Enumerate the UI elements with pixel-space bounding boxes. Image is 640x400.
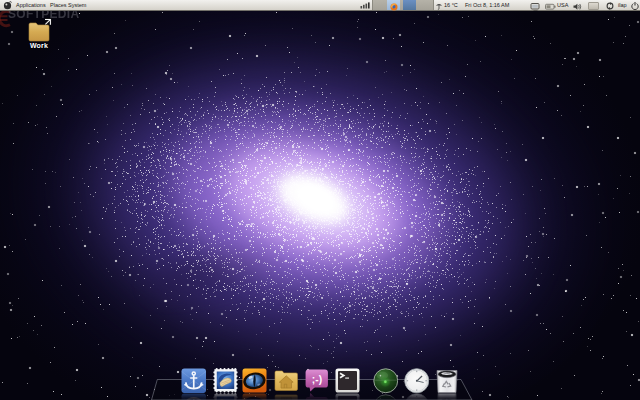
svg-text:;-): ;-) bbox=[312, 373, 322, 384]
